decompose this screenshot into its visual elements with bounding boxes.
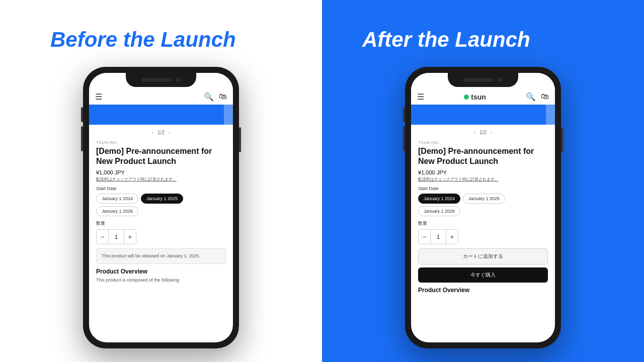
header-right-icons: 🔍 🛍 [204, 92, 227, 102]
right-quantity-value: 1 [430, 230, 446, 244]
after-launch-title: After the Launch [362, 28, 530, 52]
date-option-jan2026[interactable]: January 1 2026 [96, 206, 138, 216]
notch-camera [176, 77, 181, 82]
right-quantity-minus-button[interactable]: − [419, 230, 430, 244]
right-right-side-button [561, 127, 563, 152]
right-quantity-control: − 1 + [418, 229, 458, 244]
power-button-r [561, 127, 563, 152]
right-next-arrow[interactable]: › [491, 130, 492, 135]
date-option-jan2024[interactable]: January 1 2024 [96, 194, 138, 204]
date-option-jan2025[interactable]: January 1 2025 [141, 194, 183, 204]
logo-green-dot [464, 95, 469, 100]
right-phone-frame: ☰ tsun 🔍 🛍 ‹ 1/2 › [405, 67, 561, 348]
left-product-content: TSUN INC. [Demo] Pre-announcement for Ne… [89, 137, 233, 283]
quantity-minus-button[interactable]: − [97, 230, 108, 244]
left-pagination: ‹ 1/2 › [89, 128, 233, 137]
right-pagination: ‹ 1/2 › [411, 128, 555, 137]
right-prev-arrow[interactable]: ‹ [474, 130, 475, 135]
cart-icon[interactable]: 🛍 [219, 92, 227, 102]
pagination-text: 1/2 [157, 130, 165, 135]
right-blue-banner [411, 105, 555, 125]
right-cart-icon[interactable]: 🛍 [541, 92, 549, 102]
right-banner-tab [546, 105, 555, 125]
left-release-notice: This product will be released on January… [96, 248, 226, 264]
next-arrow[interactable]: › [169, 130, 170, 135]
left-overview-text: This product is composed of the followin… [96, 277, 226, 284]
left-panel: Before the Launch ☰ 🔍 🛍 [0, 0, 322, 362]
left-phone-screen: ☰ 🔍 🛍 ‹ 1/2 › TSUN INC. [89, 73, 233, 342]
right-left-side-buttons [403, 107, 405, 151]
right-product-content: TSUN INC. [Demo] Pre-announcement for Ne… [411, 137, 555, 296]
right-header-icons: 🔍 🛍 [526, 92, 549, 102]
buy-now-button[interactable]: 今すぐ購入 [418, 267, 548, 283]
right-menu-icon[interactable]: ☰ [417, 92, 424, 102]
search-icon[interactable]: 🔍 [204, 92, 214, 102]
notch-pill [141, 78, 172, 82]
quantity-plus-button[interactable]: + [124, 230, 136, 244]
right-quantity-plus-button[interactable]: + [446, 230, 458, 244]
right-product-title: [Demo] Pre-announcement for New Product … [418, 146, 548, 166]
before-launch-title: Before the Launch [50, 28, 236, 52]
left-blue-banner [89, 105, 233, 125]
prev-arrow[interactable]: ‹ [152, 130, 153, 135]
left-start-date-label: Start Date [96, 186, 226, 191]
right-quantity-label: 数量 [418, 220, 548, 227]
left-product-price: ¥1,000 JPY [96, 169, 226, 175]
right-side-button [239, 127, 241, 152]
right-shipping-note: 配送料はチェックアウト時に計算されます。 [418, 176, 548, 182]
left-product-title: [Demo] Pre-announcement for New Product … [96, 146, 226, 166]
volume-down-button [81, 126, 83, 151]
right-pagination-text: 1/2 [479, 130, 487, 135]
left-quantity-label: 数量 [96, 220, 226, 227]
power-button [239, 127, 241, 152]
left-overview-title: Product Overview [96, 268, 226, 275]
volume-down-button-r [403, 126, 405, 151]
left-side-buttons [81, 107, 83, 151]
right-product-price: ¥1,000 JPY [418, 169, 548, 175]
left-quantity-control: − 1 + [96, 229, 136, 244]
right-date-option-jan2026[interactable]: January 1 2026 [418, 206, 460, 216]
right-date-options: January 1 2024 January 1 2025 January 1 … [418, 194, 548, 216]
right-notch-pill [463, 78, 494, 82]
right-phone-notch [448, 73, 518, 87]
right-phone-screen: ☰ tsun 🔍 🛍 ‹ 1/2 › [411, 73, 555, 342]
volume-up-button [81, 107, 83, 122]
right-date-option-jan2025[interactable]: January 1 2025 [463, 194, 505, 204]
banner-tab [224, 105, 233, 125]
right-logo: tsun [464, 93, 486, 101]
left-brand-name: TSUN INC. [96, 140, 226, 145]
right-date-option-jan2024[interactable]: January 1 2024 [418, 194, 460, 204]
logo-text: tsun [471, 93, 486, 101]
add-to-cart-button[interactable]: カートに追加する [418, 248, 548, 264]
menu-icon[interactable]: ☰ [95, 92, 102, 102]
left-date-options: January 1 2024 January 1 2025 January 1 … [96, 194, 226, 216]
phone-notch [126, 73, 196, 87]
volume-up-button-r [403, 107, 405, 122]
right-start-date-label: Start Date [418, 186, 548, 191]
right-search-icon[interactable]: 🔍 [526, 92, 536, 102]
right-notch-camera [498, 77, 503, 82]
left-shipping-note: 配送料はチェックアウト時に計算されます。 [96, 176, 226, 182]
right-overview-title: Product Overview [418, 287, 548, 294]
right-panel: After the Launch ☰ tsun 🔍 [322, 0, 644, 362]
left-phone-frame: ☰ 🔍 🛍 ‹ 1/2 › TSUN INC. [83, 67, 239, 348]
quantity-value: 1 [108, 230, 124, 244]
right-brand-name: TSUN INC. [418, 140, 548, 145]
